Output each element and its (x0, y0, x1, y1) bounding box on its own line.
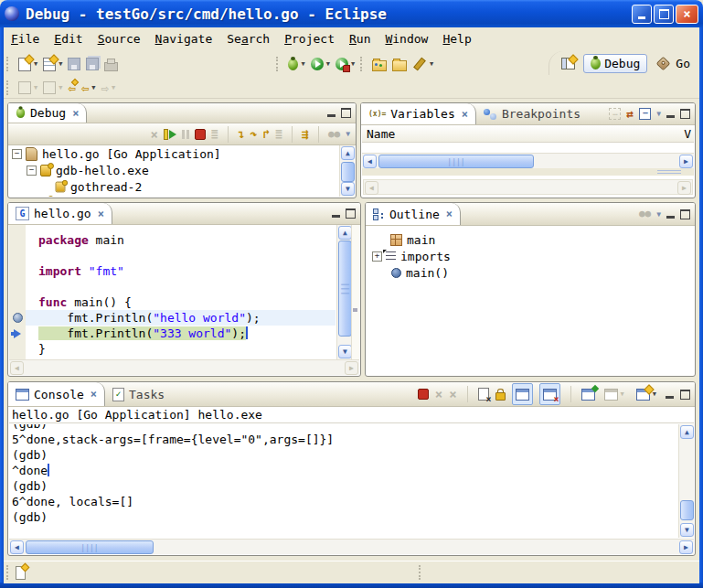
perspective-debug-button[interactable]: Debug (583, 54, 647, 73)
debug-tree-item-thread[interactable]: gothread-2 (9, 178, 339, 195)
scrollbar-thumb[interactable]: ||| (338, 241, 352, 337)
scroll-left-button[interactable]: ◀ (10, 540, 24, 554)
toolbar-drag-handle[interactable] (6, 80, 11, 95)
editor-vscrollbar[interactable]: ▲ ||| ▼ (336, 225, 352, 359)
minimize-view-button[interactable] (666, 115, 675, 118)
menu-source[interactable]: Source (91, 30, 148, 48)
debug-tree-item-partial[interactable]: + (9, 195, 339, 197)
close-tab-icon[interactable]: × (446, 208, 453, 220)
debug-tree-item-launch[interactable]: − hello.go [Go Application] (9, 145, 339, 162)
variables-hscrollbar[interactable]: ◀ |||| ▶ (362, 153, 694, 168)
outline-item-imports[interactable]: + imports (367, 248, 694, 264)
menu-edit[interactable]: Edit (47, 30, 90, 48)
open-resource-button[interactable] (369, 54, 389, 74)
tab-breakpoints[interactable]: Breakpoints (476, 103, 588, 124)
minimize-view-button[interactable] (332, 215, 340, 218)
annotation-mark[interactable] (353, 308, 357, 312)
tab-console[interactable]: Console × (8, 382, 105, 406)
outline-tree[interactable]: main + imports main() (367, 226, 694, 375)
collapse-all-button[interactable]: − (639, 108, 651, 120)
menu-window[interactable]: Window (378, 30, 435, 48)
variables-detail-sash[interactable] (362, 168, 694, 176)
open-perspective-button[interactable] (559, 53, 578, 73)
scroll-down-button[interactable]: ▼ (338, 345, 352, 358)
new-wizard-button[interactable]: ▼ (16, 54, 40, 74)
scroll-lock-button[interactable] (495, 392, 506, 401)
back-button[interactable]: ⇦▼ (79, 78, 99, 98)
close-tab-icon[interactable]: × (72, 107, 79, 120)
tab-debug[interactable]: Debug × (8, 103, 87, 123)
step-return-button[interactable]: ↱ (262, 128, 270, 140)
close-tab-icon[interactable]: × (462, 108, 468, 121)
breakpoint-icon[interactable] (9, 310, 26, 326)
variables-column-headers[interactable]: Name V (362, 125, 694, 143)
menu-search[interactable]: Search (219, 30, 277, 48)
terminate-button[interactable] (195, 129, 206, 140)
minimize-view-button[interactable] (327, 114, 336, 117)
menu-project[interactable]: Project (277, 30, 342, 48)
toolbar-drag-handle[interactable] (6, 57, 11, 71)
scroll-up-button[interactable]: ▲ (680, 425, 694, 439)
scroll-left-button[interactable]: ◀ (363, 155, 377, 168)
menu-help[interactable]: Help (435, 30, 478, 48)
external-tools-button[interactable]: ▼ (333, 54, 357, 74)
scrollbar-thumb[interactable]: |||| (378, 155, 534, 168)
minimize-view-button[interactable] (666, 216, 675, 219)
column-name[interactable]: Name (362, 127, 395, 141)
fast-view-button[interactable] (16, 566, 26, 580)
pin-console-button[interactable] (581, 389, 595, 401)
outline-item-package[interactable]: main (367, 231, 694, 248)
close-window-button[interactable]: × (676, 5, 698, 24)
code-editor[interactable]: package mainimport "fmt"func main() { fm… (9, 225, 336, 359)
view-menu-icon[interactable]: ▼ (346, 130, 350, 138)
toolbar-drag-handle[interactable] (276, 57, 281, 71)
debug-tree-item-process[interactable]: − gdb-hello.exe (9, 162, 339, 178)
use-step-filters-button[interactable]: ⇶ (302, 128, 309, 140)
instruction-pointer-icon[interactable] (9, 326, 26, 341)
scrollbar-thumb[interactable]: |||| (26, 540, 154, 554)
view-menu-icon[interactable]: ▼ (656, 110, 661, 118)
clear-console-button[interactable] (478, 388, 489, 401)
minimize-view-button[interactable] (666, 396, 674, 399)
maximize-view-button[interactable] (680, 209, 690, 219)
scroll-right-button[interactable]: ▶ (679, 540, 693, 554)
tab-tasks[interactable]: ✓ Tasks (105, 382, 172, 406)
tab-variables[interactable]: (x)= Variables × (361, 103, 476, 124)
perspective-go-button[interactable]: Go (653, 55, 694, 72)
maximize-view-button[interactable] (680, 390, 690, 400)
toolbar-drag-handle[interactable] (360, 57, 365, 71)
run-launch-button[interactable]: ▼ (308, 54, 333, 74)
collapse-expander-icon[interactable]: − (12, 149, 22, 159)
menu-file[interactable]: File (4, 30, 47, 48)
show-stdout-button[interactable] (512, 383, 533, 405)
show-logical-structure-button[interactable]: ⇄ (626, 108, 634, 120)
new-project-button[interactable]: ▼ (40, 54, 65, 74)
maximize-window-button[interactable] (654, 5, 674, 24)
scroll-down-button[interactable]: ▼ (680, 523, 694, 537)
column-value[interactable]: V (684, 127, 694, 141)
outline-item-main-func[interactable]: main() (367, 264, 694, 281)
debug-tree[interactable]: − hello.go [Go Application] − gdb-hello.… (9, 145, 339, 197)
scrollbar-thumb[interactable] (341, 162, 355, 182)
open-console-button[interactable]: ▼ (634, 384, 659, 404)
resume-button[interactable] (164, 129, 176, 140)
view-menu-icon[interactable]: ▼ (656, 210, 661, 219)
maximize-view-button[interactable] (341, 108, 351, 118)
show-stderr-button[interactable] (539, 383, 560, 405)
console-vscrollbar[interactable]: ▲ ▼ (678, 424, 694, 538)
expand-expander-icon[interactable]: + (372, 251, 382, 262)
console-output[interactable]: (gdb) 5^done,stack-args=[frame={level="0… (9, 424, 677, 538)
debug-tree-vscrollbar[interactable]: ▲ ▼ (339, 145, 355, 197)
open-file-button[interactable] (389, 54, 410, 74)
scroll-up-button[interactable]: ▲ (341, 146, 355, 160)
close-tab-icon[interactable]: × (98, 208, 104, 220)
step-into-button[interactable]: ↴ (238, 128, 245, 140)
menu-run[interactable]: Run (342, 30, 378, 48)
tab-outline[interactable]: Outline × (366, 203, 461, 225)
tab-hello-go[interactable]: G hello.go × (8, 203, 112, 224)
terminate-button[interactable] (418, 389, 429, 400)
close-tab-icon[interactable]: × (91, 388, 97, 401)
console-hscrollbar[interactable]: ◀ |||| ▶ (9, 539, 694, 554)
maximize-view-button[interactable] (680, 109, 690, 119)
minimize-window-button[interactable] (632, 5, 652, 24)
